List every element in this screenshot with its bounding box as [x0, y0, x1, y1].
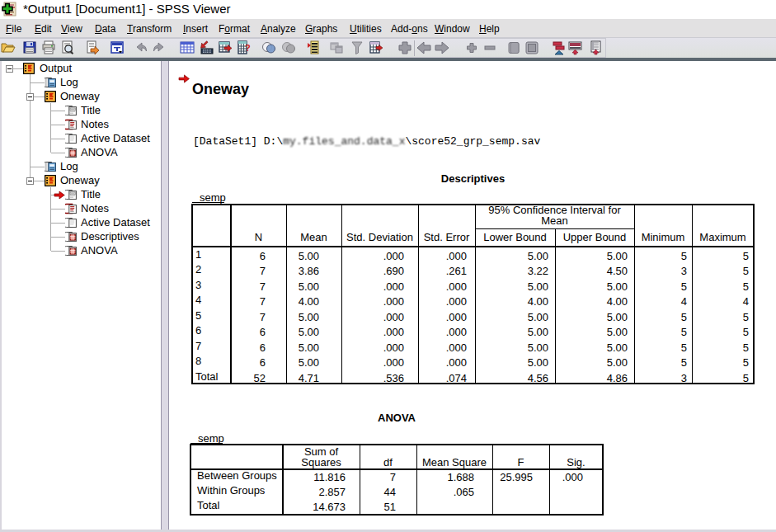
svg-text:?: ? — [245, 43, 251, 53]
